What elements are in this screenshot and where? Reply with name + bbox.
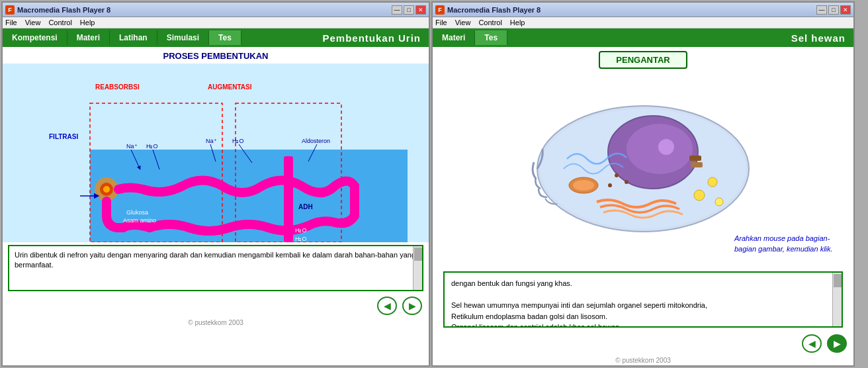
menu-bar-right: File View Control Help [433, 17, 853, 28]
svg-point-37 [625, 180, 629, 184]
svg-text:H₂O: H₂O [295, 227, 307, 234]
description-box-left: Urin dibentuk di nefron yaitu dengan men… [8, 245, 423, 291]
label-filtrasi: FILTRASI [49, 133, 78, 140]
svg-text:H₂O: H₂O [232, 138, 244, 144]
content-area-left: PROSES PEMBENTUKAN REABSORBSI AUGMENTASI… [3, 47, 429, 365]
svg-point-28 [658, 139, 674, 155]
menu-help-right[interactable]: Help [510, 19, 525, 26]
next-button-right[interactable]: ▶ [827, 334, 847, 353]
menu-file-right[interactable]: File [435, 19, 447, 26]
text-area-left: Urin dibentuk di nefron yaitu dengan men… [3, 242, 429, 294]
left-window: F Macromedia Flash Player 8 — □ ✕ File V… [1, 1, 430, 367]
cell-image-area[interactable]: Arahkan mouse pada bagian-bagian gambar,… [433, 70, 853, 267]
svg-text:H₂O: H₂O [146, 143, 158, 150]
app-icon-left: F [5, 5, 15, 15]
title-bar-left-content: F Macromedia Flash Player 8 [5, 5, 110, 15]
svg-text:H₂O: H₂O [295, 236, 307, 242]
content-area-right: PENGANTAR [433, 47, 853, 365]
menu-bar-left: File View Control Help [3, 17, 429, 28]
pengantar-label: PENGANTAR [599, 51, 687, 69]
diagram-area: REABSORBSI AUGMENTASI FILTRASI [3, 64, 429, 242]
svg-text:Na⁺: Na⁺ [206, 138, 217, 144]
maximize-button-left[interactable]: □ [404, 5, 414, 15]
process-header: PROSES PEMBENTUKAN [3, 47, 429, 64]
copyright-left: © pustekkom 2003 [3, 318, 429, 328]
page-title-right: Sel hewan [791, 32, 853, 44]
svg-rect-34 [689, 156, 701, 161]
description-text-left: Urin dibentuk di nefron yaitu dengan men… [15, 251, 415, 269]
tab-materi-left[interactable]: Materi [67, 30, 110, 45]
svg-rect-6 [284, 156, 293, 242]
nav-tabs-right: Materi Tes Sel hewan [433, 28, 853, 47]
maximize-button-right[interactable]: □ [828, 5, 839, 15]
minimize-button-right[interactable]: — [816, 5, 827, 15]
menu-view-left[interactable]: View [25, 19, 41, 26]
menu-control-right[interactable]: Control [478, 19, 501, 26]
description-box-right: dengan bentuk dan fungsi yang khas. Sel … [443, 271, 843, 328]
close-button-right[interactable]: ✕ [840, 5, 851, 15]
nav-bottom-left: ◀ ▶ [3, 294, 429, 318]
svg-point-32 [708, 177, 717, 187]
menu-control-left[interactable]: Control [48, 19, 71, 26]
title-bar-left: F Macromedia Flash Player 8 — □ ✕ [3, 3, 429, 17]
text-area-right: dengan bentuk dan fungsi yang khas. Sel … [433, 267, 853, 332]
tab-kompetensi[interactable]: Kompetensi [3, 30, 67, 45]
prev-button-left[interactable]: ◀ [377, 297, 397, 315]
next-button-left[interactable]: ▶ [402, 297, 422, 315]
svg-text:ADH: ADH [298, 203, 313, 210]
menu-file-left[interactable]: File [5, 19, 17, 26]
copyright-right: © pustekkom 2003 [433, 355, 853, 365]
svg-point-36 [615, 173, 619, 177]
menu-help-left[interactable]: Help [80, 19, 95, 26]
scrollbar-left[interactable] [413, 246, 422, 290]
title-bar-right: F Macromedia Flash Player 8 — □ ✕ [433, 3, 853, 17]
menu-view-right[interactable]: View [455, 19, 471, 26]
svg-text:Na⁺: Na⁺ [126, 143, 138, 150]
cell-svg [531, 99, 756, 238]
close-button-left[interactable]: ✕ [415, 5, 426, 15]
tab-tes-left[interactable]: Tes [209, 30, 241, 45]
minimize-button-left[interactable]: — [392, 5, 402, 15]
svg-text:Glukosa: Glukosa [126, 209, 148, 216]
right-window: F Macromedia Flash Player 8 — □ ✕ File V… [431, 1, 855, 367]
svg-text:Asam amino: Asam amino [123, 217, 156, 224]
nav-bottom-right: ◀ ▶ [433, 332, 853, 355]
tab-materi-right[interactable]: Materi [433, 30, 475, 45]
svg-rect-35 [691, 162, 703, 167]
svg-text:Aldosteron: Aldosteron [302, 138, 330, 144]
tab-latihan[interactable]: Latihan [110, 30, 157, 45]
label-augmentasi: AUGMENTASI [208, 83, 251, 91]
tab-tes-right[interactable]: Tes [475, 30, 507, 45]
nav-tabs-left: Kompetensi Materi Latihan Simulasi Tes P… [3, 28, 429, 47]
scrollbar-thumb-right [834, 274, 842, 287]
window-title-left: Macromedia Flash Player 8 [17, 6, 110, 14]
page-title-left: Pembentukan Urin [322, 32, 429, 44]
app-icon-right: F [435, 5, 445, 15]
tab-simulasi[interactable]: Simulasi [157, 30, 209, 45]
svg-point-38 [608, 183, 612, 187]
svg-point-33 [715, 198, 723, 206]
prev-button-right[interactable]: ◀ [802, 334, 822, 353]
label-reabsorbsi: REABSORBSI [95, 83, 140, 91]
scrollbar-right[interactable] [832, 273, 842, 326]
description-text-right: dengan bentuk dan fungsi yang khas. Sel … [451, 278, 835, 328]
pengantar-container: PENGANTAR [433, 47, 853, 70]
svg-point-30 [573, 180, 594, 191]
title-bar-right-content: F Macromedia Flash Player 8 [435, 5, 541, 15]
mouse-hint: Arahkan mouse pada bagian-bagian gambar,… [734, 234, 840, 254]
window-title-right: Macromedia Flash Player 8 [447, 6, 541, 14]
window-controls-right: — □ ✕ [816, 5, 851, 15]
svg-point-31 [694, 190, 705, 201]
scrollbar-thumb-left [414, 248, 422, 261]
svg-point-5 [103, 186, 110, 193]
window-controls-left: — □ ✕ [392, 5, 426, 15]
